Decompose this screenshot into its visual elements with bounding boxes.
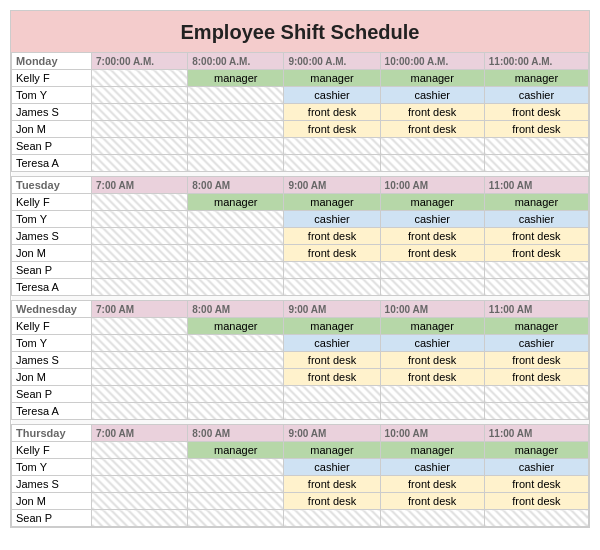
- shift-cell: manager: [484, 318, 588, 335]
- shift-cell: manager: [188, 442, 284, 459]
- table-row: Kelly Fmanagermanagermanagermanager: [12, 194, 589, 211]
- day-label-monday: Monday: [12, 53, 92, 70]
- time-header: 8:00 AM: [188, 301, 284, 318]
- shift-cell: [92, 279, 188, 296]
- shift-cell: manager: [380, 318, 484, 335]
- shift-cell: [188, 510, 284, 527]
- shift-cell: [92, 335, 188, 352]
- shift-cell: cashier: [380, 87, 484, 104]
- shift-cell: manager: [484, 70, 588, 87]
- time-header: 8:00 AM: [188, 177, 284, 194]
- shift-cell: [92, 352, 188, 369]
- employee-name: Jon M: [12, 245, 92, 262]
- shift-cell: [380, 155, 484, 172]
- employee-name: Sean P: [12, 262, 92, 279]
- time-header: 7:00 AM: [92, 301, 188, 318]
- shift-cell: [484, 138, 588, 155]
- shift-cell: [380, 403, 484, 420]
- time-header: 11:00 AM: [484, 177, 588, 194]
- shift-cell: front desk: [484, 476, 588, 493]
- employee-name: Tom Y: [12, 459, 92, 476]
- table-row: Jon Mfront deskfront deskfront desk: [12, 493, 589, 510]
- day-label-tuesday: Tuesday: [12, 177, 92, 194]
- shift-cell: [188, 403, 284, 420]
- title-bar: Employee Shift Schedule: [11, 11, 589, 52]
- time-header: 9:00:00 A.M.: [284, 53, 380, 70]
- shift-cell: front desk: [380, 352, 484, 369]
- shift-cell: front desk: [284, 121, 380, 138]
- employee-name: James S: [12, 476, 92, 493]
- time-header: 7:00:00 A.M.: [92, 53, 188, 70]
- shift-cell: front desk: [380, 104, 484, 121]
- shift-cell: [188, 228, 284, 245]
- shift-cell: [92, 70, 188, 87]
- shift-cell: [92, 104, 188, 121]
- time-header: 8:00 AM: [188, 425, 284, 442]
- employee-name: Sean P: [12, 138, 92, 155]
- shift-cell: [92, 318, 188, 335]
- employee-name: Tom Y: [12, 335, 92, 352]
- shift-cell: [92, 369, 188, 386]
- table-row: Sean P: [12, 138, 589, 155]
- shift-cell: [92, 493, 188, 510]
- shift-cell: front desk: [484, 245, 588, 262]
- shift-cell: cashier: [284, 87, 380, 104]
- shift-cell: cashier: [380, 211, 484, 228]
- shift-cell: [484, 262, 588, 279]
- shift-cell: front desk: [380, 228, 484, 245]
- shift-cell: front desk: [484, 228, 588, 245]
- shift-cell: [188, 104, 284, 121]
- shift-cell: cashier: [284, 459, 380, 476]
- table-row: Kelly Fmanagermanagermanagermanager: [12, 442, 589, 459]
- shift-cell: front desk: [284, 228, 380, 245]
- shift-cell: manager: [284, 442, 380, 459]
- shift-cell: manager: [484, 194, 588, 211]
- time-header: 10:00 AM: [380, 301, 484, 318]
- time-header: 8:00:00 A.M.: [188, 53, 284, 70]
- employee-name: Teresa A: [12, 403, 92, 420]
- employee-name: Tom Y: [12, 87, 92, 104]
- shift-cell: [92, 121, 188, 138]
- shift-cell: front desk: [380, 369, 484, 386]
- time-header: 11:00:00 A.M.: [484, 53, 588, 70]
- page-title: Employee Shift Schedule: [11, 21, 589, 44]
- time-header: 11:00 AM: [484, 425, 588, 442]
- shift-cell: [380, 138, 484, 155]
- shift-cell: [188, 245, 284, 262]
- shift-cell: cashier: [484, 211, 588, 228]
- day-header-tuesday: Tuesday7:00 AM8:00 AM9:00 AM10:00 AM11:0…: [12, 177, 589, 194]
- table-row: James Sfront deskfront deskfront desk: [12, 476, 589, 493]
- shift-cell: [484, 386, 588, 403]
- shift-cell: [484, 279, 588, 296]
- shift-cell: [92, 262, 188, 279]
- shift-cell: [188, 476, 284, 493]
- shift-cell: [92, 459, 188, 476]
- employee-name: Sean P: [12, 386, 92, 403]
- time-header: 11:00 AM: [484, 301, 588, 318]
- shift-cell: cashier: [284, 211, 380, 228]
- employee-name: James S: [12, 352, 92, 369]
- shift-cell: [188, 138, 284, 155]
- shift-cell: front desk: [380, 476, 484, 493]
- shift-cell: [188, 493, 284, 510]
- shift-cell: [188, 459, 284, 476]
- table-row: Teresa A: [12, 403, 589, 420]
- shift-cell: [188, 87, 284, 104]
- employee-name: Jon M: [12, 121, 92, 138]
- shift-cell: manager: [188, 70, 284, 87]
- shift-cell: cashier: [380, 335, 484, 352]
- shift-cell: [92, 442, 188, 459]
- shift-cell: [188, 335, 284, 352]
- shift-cell: [484, 403, 588, 420]
- employee-name: James S: [12, 104, 92, 121]
- shift-cell: manager: [284, 318, 380, 335]
- shift-cell: front desk: [380, 245, 484, 262]
- employee-name: Teresa A: [12, 279, 92, 296]
- shift-cell: manager: [380, 70, 484, 87]
- shift-cell: [484, 510, 588, 527]
- table-row: Teresa A: [12, 155, 589, 172]
- employee-name: Kelly F: [12, 70, 92, 87]
- shift-cell: cashier: [484, 87, 588, 104]
- shift-cell: [284, 155, 380, 172]
- shift-cell: [284, 510, 380, 527]
